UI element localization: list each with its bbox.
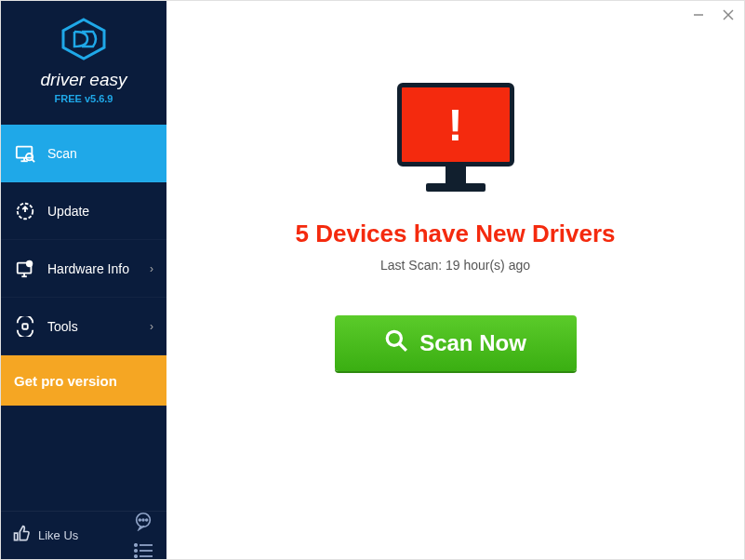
chevron-right-icon: › bbox=[150, 262, 153, 275]
nav: Scan Update i Hardware bbox=[1, 125, 166, 406]
main-panel: ! 5 Devices have New Drivers Last Scan: … bbox=[166, 1, 744, 559]
tools-icon bbox=[14, 315, 36, 338]
window-controls bbox=[692, 8, 735, 21]
like-us-label: Like Us bbox=[38, 528, 78, 542]
bottom-right-icons bbox=[131, 509, 155, 561]
logo-icon bbox=[1, 18, 166, 64]
sidebar-item-label: Scan bbox=[47, 146, 77, 161]
svg-point-24 bbox=[135, 554, 137, 556]
get-pro-label: Get pro version bbox=[14, 373, 117, 389]
monitor-base bbox=[426, 183, 486, 192]
monitor-icon: ! bbox=[397, 83, 514, 167]
sidebar: driver easy FREE v5.6.9 Scan bbox=[1, 1, 166, 559]
version-label: FREE v5.6.9 bbox=[1, 93, 166, 104]
svg-point-20 bbox=[135, 543, 137, 545]
sidebar-item-hardware-info[interactable]: i Hardware Info › bbox=[1, 240, 166, 298]
svg-marker-3 bbox=[63, 20, 104, 59]
close-button[interactable] bbox=[722, 8, 735, 21]
feedback-icon[interactable] bbox=[131, 509, 155, 533]
bottom-bar: Like Us bbox=[1, 511, 166, 559]
sidebar-item-label: Hardware Info bbox=[47, 261, 129, 276]
svg-point-17 bbox=[139, 519, 140, 521]
sidebar-item-scan[interactable]: Scan bbox=[1, 125, 166, 182]
spacer bbox=[1, 406, 166, 511]
sidebar-item-update[interactable]: Update bbox=[1, 182, 166, 240]
alert-monitor-graphic: ! bbox=[397, 83, 514, 192]
svg-point-19 bbox=[146, 519, 148, 521]
scan-icon bbox=[14, 142, 36, 165]
sidebar-item-label: Update bbox=[47, 204, 89, 219]
search-icon bbox=[384, 328, 408, 358]
menu-icon[interactable] bbox=[131, 539, 155, 561]
brand-name: driver easy bbox=[1, 70, 166, 90]
logo-area: driver easy FREE v5.6.9 bbox=[1, 1, 166, 115]
svg-point-18 bbox=[142, 519, 144, 521]
like-us-button[interactable]: Like Us bbox=[12, 525, 78, 546]
svg-line-27 bbox=[399, 343, 406, 351]
sidebar-item-tools[interactable]: Tools › bbox=[1, 298, 166, 355]
svg-rect-15 bbox=[22, 324, 28, 329]
svg-point-26 bbox=[387, 331, 401, 345]
app-window: driver easy FREE v5.6.9 Scan bbox=[0, 0, 745, 560]
chevron-right-icon: › bbox=[150, 320, 153, 333]
svg-point-22 bbox=[135, 549, 137, 551]
thumbs-up-icon bbox=[12, 525, 31, 546]
hardware-info-icon: i bbox=[14, 258, 36, 280]
svg-line-8 bbox=[32, 159, 34, 162]
scan-now-button[interactable]: Scan Now bbox=[335, 315, 577, 371]
scan-now-label: Scan Now bbox=[419, 330, 526, 356]
exclamation-icon: ! bbox=[448, 100, 463, 151]
last-scan-label: Last Scan: 19 hour(s) ago bbox=[380, 258, 530, 273]
update-icon bbox=[14, 200, 36, 222]
sidebar-item-label: Tools bbox=[47, 319, 78, 334]
scan-result-headline: 5 Devices have New Drivers bbox=[296, 220, 616, 248]
get-pro-button[interactable]: Get pro version bbox=[1, 355, 166, 406]
minimize-button[interactable] bbox=[692, 8, 705, 21]
monitor-stand bbox=[446, 167, 466, 183]
svg-rect-4 bbox=[17, 146, 33, 157]
